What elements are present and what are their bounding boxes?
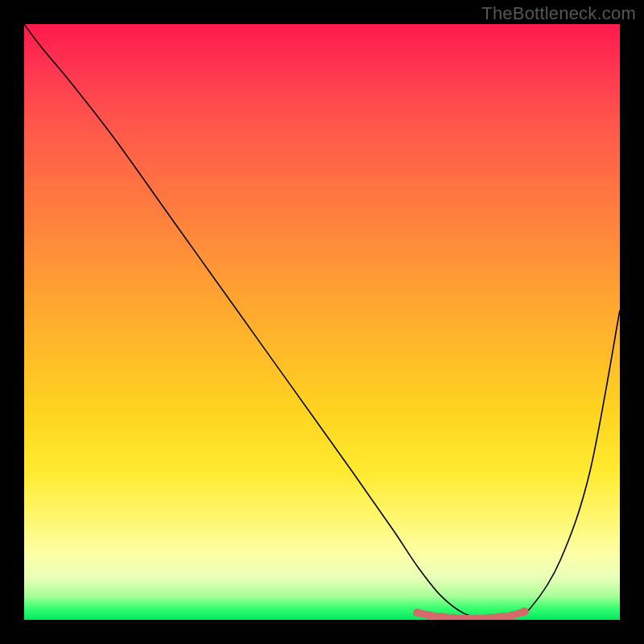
marker-dot <box>509 611 517 619</box>
curve-line <box>24 24 620 619</box>
marker-dot <box>485 614 493 620</box>
marker-dot <box>497 613 505 620</box>
bottom-marker-dots <box>413 607 529 620</box>
marker-dot <box>460 614 469 620</box>
marker-dot <box>520 607 528 615</box>
bottom-marker-line <box>417 612 524 619</box>
marker-dot <box>413 609 421 617</box>
watermark-text: TheBottleneck.com <box>481 3 636 24</box>
chart-plot-area <box>24 24 620 620</box>
marker-dot <box>437 613 445 620</box>
marker-dot <box>425 611 433 619</box>
marker-dot <box>473 614 481 620</box>
chart-svg <box>24 24 620 620</box>
marker-dot <box>449 614 457 620</box>
